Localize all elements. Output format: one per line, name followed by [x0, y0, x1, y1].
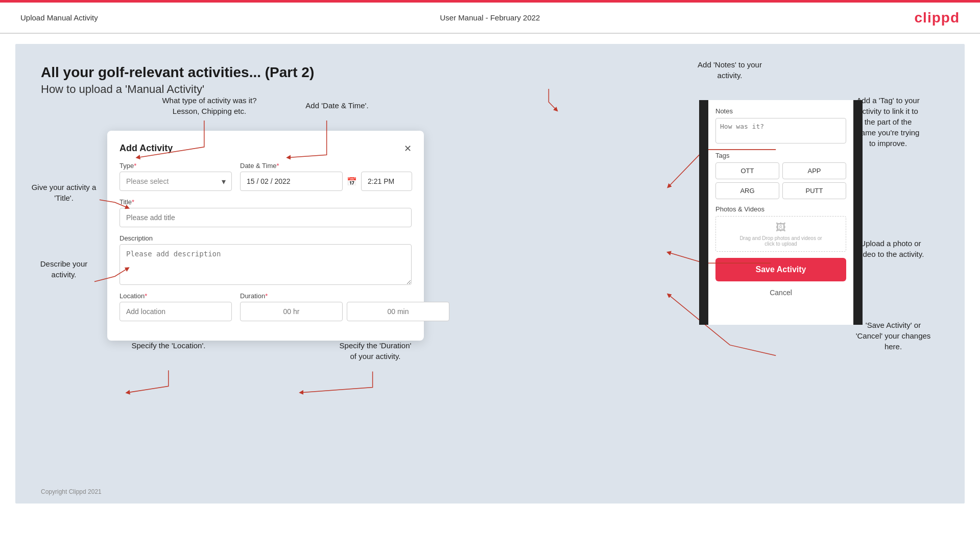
annotation-describe: Describe youractivity.: [20, 258, 107, 280]
close-button[interactable]: ✕: [404, 144, 412, 153]
logo: clippd: [915, 10, 960, 26]
page-center-label: User Manual - February 2022: [440, 13, 540, 22]
tag-app[interactable]: APP: [782, 162, 846, 179]
tags-grid: OTT APP ARG PUTT: [715, 162, 846, 199]
tag-putt[interactable]: PUTT: [782, 182, 846, 199]
calendar-icon: 📅: [347, 177, 357, 186]
page-title: All your golf-relevant activities... (Pa…: [41, 64, 939, 81]
header: Upload Manual Activity User Manual - Feb…: [0, 3, 980, 33]
save-activity-button[interactable]: Save Activity: [715, 258, 846, 281]
annotation-title: Give your activity a'Title'.: [20, 182, 107, 203]
add-activity-dialog: Add Activity ✕ Type* Please select: [107, 131, 424, 341]
tag-ott[interactable]: OTT: [715, 162, 779, 179]
main-content: All your golf-relevant activities... (Pa…: [15, 44, 965, 504]
upload-icon: 🖼: [776, 222, 786, 233]
type-label: Type*: [119, 162, 232, 170]
cancel-link[interactable]: Cancel: [715, 285, 846, 300]
duration-hr-input[interactable]: [240, 302, 343, 321]
annotation-duration: Specify the 'Duration'of your activity.: [312, 340, 439, 362]
page-left-label: Upload Manual Activity: [20, 13, 98, 22]
copyright: Copyright Clippd 2021: [41, 488, 102, 495]
date-input[interactable]: [240, 172, 343, 191]
upload-area[interactable]: 🖼 Drag and Drop photos and videos orclic…: [715, 216, 846, 252]
tags-label: Tags: [715, 152, 846, 159]
description-textarea[interactable]: [119, 244, 412, 285]
annotation-activity-type: What type of activity was it?Lesson, Chi…: [153, 95, 266, 116]
title-input[interactable]: [119, 208, 412, 227]
location-label: Location*: [119, 292, 232, 300]
tag-arg[interactable]: ARG: [715, 182, 779, 199]
dialog-title: Add Activity: [119, 143, 173, 154]
annotation-notes: Add 'Notes' to youractivity.: [674, 59, 786, 81]
notes-label: Notes: [715, 107, 846, 115]
duration-min-input[interactable]: [347, 302, 449, 321]
title-label: Title*: [119, 198, 412, 206]
annotation-date-time: Add 'Date & Time'.: [286, 100, 388, 111]
duration-label: Duration*: [240, 292, 449, 300]
location-input[interactable]: [119, 302, 232, 321]
notes-textarea[interactable]: [715, 118, 846, 143]
page-subtitle: How to upload a 'Manual Activity': [41, 83, 939, 96]
datetime-label: Date & Time*: [240, 162, 412, 170]
photos-label: Photos & Videos: [715, 205, 846, 213]
upload-text: Drag and Drop photos and videos orclick …: [739, 235, 822, 247]
type-select[interactable]: Please select: [119, 172, 232, 191]
annotation-location: Specify the 'Location'.: [117, 340, 220, 351]
time-input[interactable]: [361, 172, 412, 191]
description-label: Description: [119, 234, 412, 242]
